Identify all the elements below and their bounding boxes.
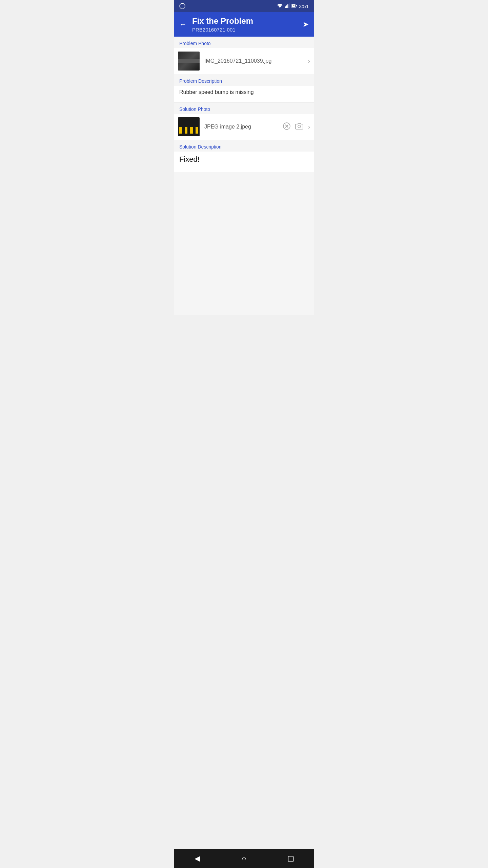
solution-photo-filename: JPEG image 2.jpeg (204, 124, 283, 130)
problem-photo-label: Problem Photo (174, 37, 314, 48)
status-bar-left (179, 3, 185, 9)
svg-point-11 (298, 125, 301, 128)
back-button[interactable]: ← (179, 20, 187, 29)
remove-icon[interactable] (283, 122, 290, 132)
solution-description-container (174, 152, 314, 172)
solution-photo-thumbnail (178, 117, 200, 136)
svg-rect-2 (286, 5, 287, 8)
status-bar: 3:51 (174, 0, 314, 12)
chevron-right-icon: › (308, 58, 310, 65)
page-title: Fix the Problem (192, 16, 303, 26)
svg-point-0 (280, 7, 280, 8)
problem-photo-thumbnail (178, 52, 200, 71)
problem-description-label: Problem Description (174, 74, 314, 86)
problem-photo-filename: IMG_20160721_110039.jpg (204, 58, 308, 64)
content-spacer (174, 172, 314, 315)
status-bar-right: 3:51 (277, 3, 309, 9)
svg-rect-1 (285, 6, 286, 8)
svg-rect-6 (292, 4, 295, 7)
content-area: Problem Photo IMG_20160721_110039.jpg › … (174, 37, 314, 315)
solution-photo-row[interactable]: JPEG image 2.jpeg › (174, 114, 314, 140)
solution-description-input[interactable] (179, 155, 309, 166)
problem-description-text: Rubber speed bump is missing (174, 86, 314, 102)
spinner-icon (179, 3, 185, 9)
svg-rect-4 (289, 3, 289, 8)
status-time: 3:51 (299, 3, 309, 9)
send-button[interactable]: ➤ (303, 20, 309, 29)
problem-photo-row[interactable]: IMG_20160721_110039.jpg › (174, 48, 314, 74)
solution-chevron-right-icon: › (308, 123, 310, 131)
battery-icon (291, 3, 297, 9)
solution-description-label: Solution Description (174, 140, 314, 152)
svg-rect-3 (287, 4, 288, 8)
solution-photo-actions: › (283, 122, 310, 132)
solution-photo-label: Solution Photo (174, 102, 314, 114)
svg-rect-7 (296, 5, 297, 6)
camera-icon[interactable] (295, 123, 303, 131)
app-bar-title-container: Fix the Problem PRB20160721-001 (192, 16, 303, 33)
app-bar: ← Fix the Problem PRB20160721-001 ➤ (174, 12, 314, 37)
problem-photo-actions: › (308, 58, 310, 65)
page-subtitle: PRB20160721-001 (192, 27, 303, 33)
wifi-icon (277, 3, 283, 9)
signal-icon (285, 3, 289, 9)
